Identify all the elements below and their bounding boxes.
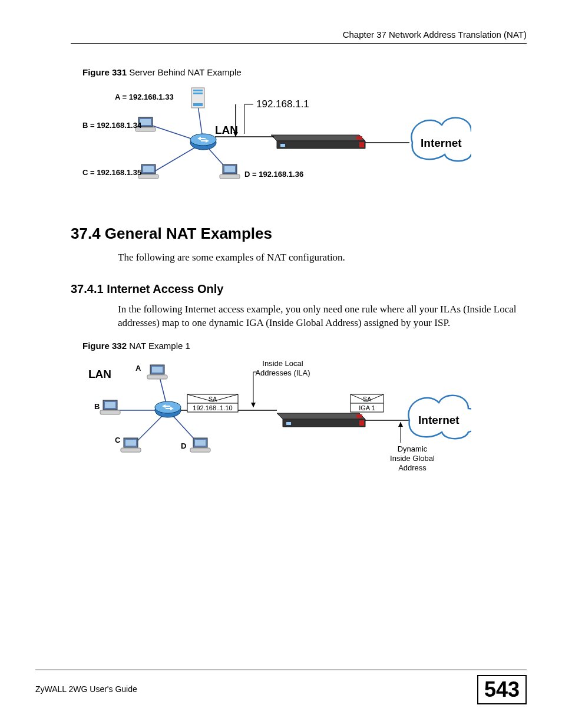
envelope2-bottom: IGA 1: [359, 404, 375, 411]
svg-marker-24: [271, 135, 365, 141]
switch-icon-2: [155, 401, 181, 417]
subsection-para: In the following Internet access example…: [118, 303, 521, 330]
ila-label-line1: Inside Local: [262, 359, 303, 368]
envelope1-top: SA: [209, 396, 217, 403]
node-d-label-2: D: [181, 442, 186, 450]
svg-rect-7: [193, 90, 203, 91]
svg-marker-56: [283, 419, 365, 427]
switch-icon: [190, 134, 216, 150]
svg-rect-57: [286, 422, 291, 425]
svg-rect-8: [193, 93, 203, 94]
figure-331-caption: Figure 331 Server Behind NAT Example: [82, 67, 527, 77]
page-number: 543: [477, 675, 527, 704]
section-intro: The following are some examples of NAT c…: [118, 251, 521, 265]
svg-rect-48: [190, 448, 210, 452]
svg-rect-17: [224, 166, 235, 172]
subsection-heading: 37.4.1 Internet Access Only: [71, 282, 527, 296]
figure-332-diagram: LAN A: [82, 354, 527, 486]
envelope-iga-icon: SA IGA 1: [351, 394, 384, 412]
internet-label-2: Internet: [418, 414, 459, 426]
ila-label-line2: Addresses (ILA): [255, 368, 310, 377]
internet-cloud-icon: Internet: [411, 118, 471, 162]
svg-rect-11: [140, 119, 151, 125]
svg-rect-42: [100, 410, 120, 414]
node-b-label: B = 192.168.1.34: [82, 121, 142, 130]
svg-rect-18: [220, 174, 240, 179]
svg-point-5: [190, 134, 216, 146]
svg-marker-54: [251, 403, 256, 407]
svg-rect-58: [356, 414, 362, 418]
lan-label: LAN: [215, 124, 238, 136]
pc-b-icon-2: [100, 400, 120, 414]
svg-rect-28: [359, 142, 364, 147]
envelope1-bottom: 192.168..1.10: [193, 404, 232, 411]
router-icon: [271, 135, 365, 149]
svg-rect-27: [356, 136, 362, 140]
router-icon-2: [277, 413, 365, 427]
node-b-label-2: B: [94, 402, 100, 411]
figure-332-caption: Figure 332 NAT Example 1: [82, 341, 527, 351]
node-d-label: D = 192.168.1.36: [244, 170, 303, 179]
server-icon: [191, 88, 204, 108]
svg-marker-64: [398, 422, 403, 427]
figure-332-number: Figure 332: [82, 341, 127, 351]
pc-a-icon-2: [147, 365, 167, 379]
svg-rect-14: [143, 166, 154, 172]
node-c-label: C = 192.168.1.35: [82, 168, 141, 177]
section-heading: 37.4 General NAT Examples: [71, 225, 527, 243]
pc-d-icon-2: [190, 438, 210, 452]
svg-rect-59: [359, 420, 364, 426]
page-header: Chapter 37 Network Address Translation (…: [71, 29, 527, 44]
iga-label-line3: Address: [398, 463, 427, 472]
envelope2-top: SA: [363, 396, 372, 403]
svg-rect-38: [152, 367, 163, 373]
internet-cloud-icon-2: Internet: [408, 395, 471, 439]
svg-rect-41: [105, 402, 115, 408]
internet-label: Internet: [421, 137, 462, 149]
figure-332-title: NAT Example 1: [127, 341, 190, 351]
node-a-label-2: A: [135, 364, 141, 373]
svg-rect-39: [147, 375, 167, 379]
node-c-label-2: C: [115, 436, 121, 444]
pc-c-icon-2: [121, 438, 141, 452]
svg-marker-25: [277, 141, 365, 149]
envelope-ila-icon: SA 192.168..1.10: [187, 394, 238, 412]
footer-guide-title: ZyWALL 2WG User's Guide: [35, 684, 137, 694]
gateway-ip-label: 192.168.1.1: [256, 98, 309, 110]
iga-label-line1: Dynamic: [398, 444, 428, 453]
svg-point-36: [155, 401, 181, 413]
svg-rect-26: [280, 144, 285, 147]
svg-rect-47: [195, 440, 206, 446]
figure-331-number: Figure 331: [82, 67, 127, 77]
node-a-label: A = 192.168.1.33: [115, 93, 174, 101]
figure-331-diagram: A = 192.168.1.33 B = 192.168.1.34 C = 19…: [82, 81, 527, 195]
svg-rect-9: [193, 103, 203, 106]
page-footer: ZyWALL 2WG User's Guide 543: [35, 670, 527, 704]
figure-331-title: Server Behind NAT Example: [127, 67, 242, 77]
pc-d-icon: [220, 164, 240, 179]
svg-marker-55: [277, 413, 365, 419]
iga-label-line2: Inside Global: [390, 454, 435, 463]
svg-rect-45: [121, 448, 141, 452]
svg-rect-44: [125, 440, 136, 446]
lan-label-2: LAN: [88, 368, 111, 380]
